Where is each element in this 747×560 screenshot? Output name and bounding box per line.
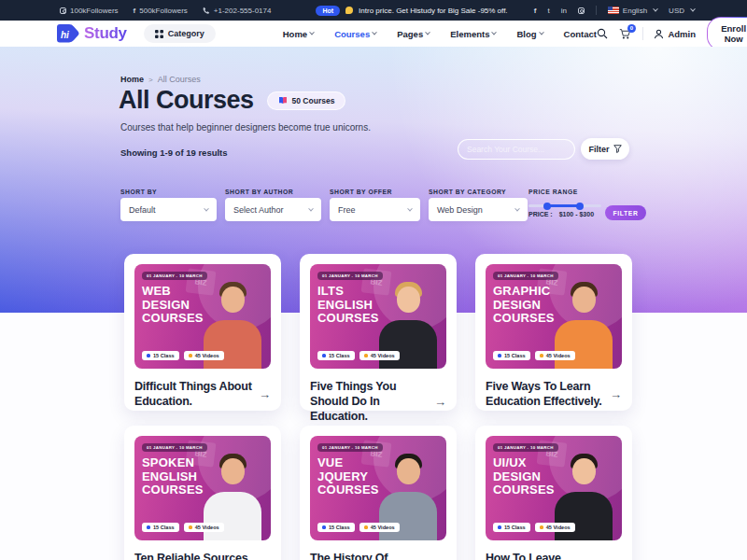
class-count-badge: 15 Class [493,351,530,360]
course-banner: BIZ 01 JANUARY - 10 MARCH WEBDESIGNCOURS… [134,264,271,369]
enroll-now-button[interactable]: Enroll Now [707,17,747,50]
video-count-badge: 45 Videos [184,523,224,532]
video-icon [540,354,543,357]
class-count-badge: 15 Class [317,351,355,360]
filter-apply-button[interactable]: FILTER [605,205,646,220]
price-label: PRICE : [529,211,553,217]
banner-title: VUEJQUERYCOURSES [317,456,379,497]
author-select-value: Select Author [233,205,284,215]
video-icon [364,525,368,529]
nav-courses[interactable]: Courses [334,29,376,39]
instagram-followers[interactable]: 100kFollowers [60,7,119,15]
class-count-badge: 15 Class [317,523,355,532]
banner-title: UI/UXDESIGNCOURSES [493,456,555,497]
course-title[interactable]: Five Things You Should Do In Education. [310,379,430,424]
main-header: hi Study Category Home Courses Pages Ele… [0,21,747,47]
video-count-badge: 45 Videos [184,351,224,360]
admin-button[interactable]: Admin [654,29,696,39]
instructor-torso [555,492,613,540]
offer-select[interactable]: Free [330,198,420,221]
phone-link[interactable]: +1-202-555-0174 [203,7,272,15]
price-slider-handle-min[interactable] [543,203,551,210]
sort-select[interactable]: Default [120,198,217,221]
offer-select-value: Free [338,205,356,215]
category-select[interactable]: Web Design [429,198,528,221]
search-button[interactable] [597,28,608,39]
instagram-followers-label: 100kFollowers [70,7,119,15]
category-button[interactable]: Category [144,24,216,43]
course-banner: BIZ 01 JANUARY - 10 MARCH SPOKENENGLISHC… [134,436,271,540]
banner-title: WEBDESIGNCOURSES [142,285,204,326]
price-value: $100 - $300 [559,211,594,217]
search-icon [597,28,608,39]
nav-elements[interactable]: Elements [450,29,496,39]
course-title[interactable]: How To Leave Education Without [486,551,605,560]
course-search-input[interactable] [467,145,571,154]
banner-title: ILTSENGLISHCOURSES [317,285,379,326]
phone-icon [203,7,210,14]
twitter-icon[interactable]: t [547,7,549,15]
class-icon [498,354,501,357]
nav-contact[interactable]: Contact [564,29,597,39]
instructor-torso [204,320,261,369]
category-select-value: Web Design [437,205,483,215]
course-count-badge: 50 Courses [267,91,346,110]
arrow-right-icon[interactable]: → [434,395,446,409]
cart-count-badge: 0 [627,24,636,33]
class-icon [498,525,501,529]
cart-button[interactable]: 0 [619,28,631,40]
filter-toggle-button[interactable]: Filter [581,138,629,160]
chevron-down-icon [204,205,209,211]
phone-label: +1-202-555-0174 [214,7,272,15]
divider [642,27,643,40]
logo-mark-icon: hi [54,23,81,45]
breadcrumb-current: All Courses [158,75,201,84]
page-title: All Courses [119,86,254,115]
instructor-head [572,287,596,313]
class-count-badge: 15 Class [142,523,179,532]
instructor-torso [379,320,437,369]
logo-text: Study [84,24,127,43]
author-select[interactable]: Select Author [225,198,321,221]
nav-home[interactable]: Home [283,29,314,39]
page: 100kFollowers f 500kFollowers +1-202-555… [0,0,747,560]
sort-select-value: Default [129,205,156,215]
course-title[interactable]: Ten Reliable Sources To Learn About [134,551,254,560]
course-title[interactable]: The History Of Education. [310,551,430,560]
nav-blog[interactable]: Blog [516,29,543,39]
currency-select[interactable]: USD [669,7,695,15]
chevron-down-icon [309,30,315,35]
chevron-down-icon [690,7,696,12]
linkedin-icon[interactable]: in [561,7,567,15]
course-search [458,139,575,160]
language-select[interactable]: English [608,7,657,15]
class-icon [147,525,150,529]
logo[interactable]: hi Study [54,23,127,45]
facebook-followers[interactable]: f 500kFollowers [134,7,188,15]
course-title[interactable]: Five Ways To Learn Education Effectively… [486,379,605,409]
filter-label-price-range: PRICE RANGE [529,189,578,195]
chevron-down-icon [308,205,314,211]
course-card[interactable]: BIZ 01 JANUARY - 10 MARCH SPOKENENGLISHC… [124,426,281,560]
banner-title: SPOKENENGLISHCOURSES [142,456,204,497]
nav-pages[interactable]: Pages [397,29,430,39]
course-card[interactable]: BIZ 01 JANUARY - 10 MARCH VUEJQUERYCOURS… [300,426,457,560]
filter-label-author: SHORT BY AUTHOR [225,189,293,195]
funnel-icon [613,145,622,153]
course-card[interactable]: BIZ 01 JANUARY - 10 MARCH ILTSENGLISHCOU… [300,254,457,411]
course-card[interactable]: BIZ 01 JANUARY - 10 MARCH WEBDESIGNCOURS… [124,254,281,411]
arrow-right-icon[interactable]: → [259,387,271,401]
facebook-icon[interactable]: f [534,7,537,15]
price-range-slider[interactable] [529,204,601,207]
course-banner: BIZ 01 JANUARY - 10 MARCH ILTSENGLISHCOU… [310,264,446,369]
arrow-right-icon[interactable]: → [610,387,622,401]
course-card[interactable]: BIZ 01 JANUARY - 10 MARCH UI/UXDESIGNCOU… [475,426,632,560]
instagram-icon[interactable] [578,7,585,14]
chevron-down-icon [425,30,430,35]
promo-text: Intro price. Get Histudy for Big Sale -9… [359,7,507,15]
breadcrumb-home[interactable]: Home [120,75,144,84]
facebook-followers-label: 500kFollowers [139,7,188,15]
course-title[interactable]: Difficult Things About Education. [134,379,254,409]
video-count-badge: 45 Videos [359,351,400,360]
course-card[interactable]: BIZ 01 JANUARY - 10 MARCH GRAPHICDESIGNC… [475,254,632,411]
